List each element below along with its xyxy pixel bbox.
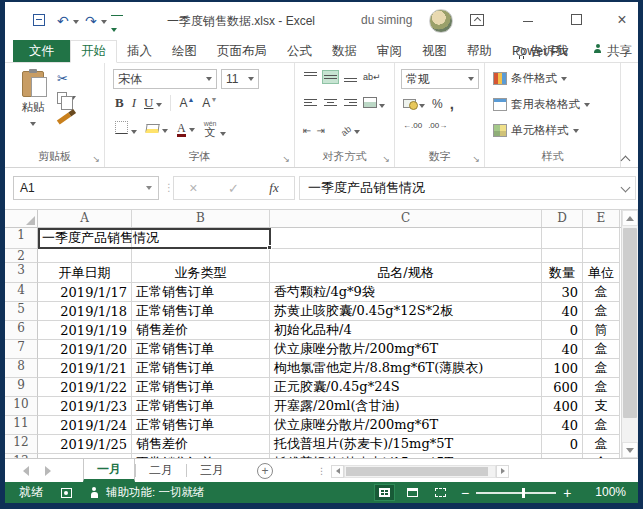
maximize-button[interactable] bbox=[561, 10, 591, 32]
sheet-tab-2[interactable]: 二月 bbox=[136, 459, 186, 482]
zoom-level[interactable]: 100% bbox=[595, 485, 626, 499]
enter-entry-icon[interactable]: ✓ bbox=[228, 181, 239, 196]
name-box[interactable]: A1 bbox=[13, 176, 159, 200]
cell-C9[interactable]: 正元胶囊/0.45g*24S bbox=[270, 378, 542, 397]
column-header-C[interactable]: C bbox=[270, 210, 542, 227]
user-name[interactable]: du siming bbox=[361, 13, 412, 27]
new-sheet-button[interactable]: + bbox=[257, 463, 273, 479]
column-header-B[interactable]: B bbox=[132, 210, 270, 227]
cell-A6[interactable]: 2019/1/19 bbox=[38, 321, 132, 340]
cell-E7[interactable]: 盒 bbox=[583, 340, 620, 359]
zoom-out-button[interactable]: − bbox=[461, 484, 469, 502]
cell-styles-button[interactable]: 单元格样式 bbox=[493, 123, 579, 138]
horizontal-scroll-thumb[interactable] bbox=[346, 467, 488, 476]
row-header-12[interactable]: 12 bbox=[5, 435, 38, 454]
cell-E12[interactable]: 盒 bbox=[583, 435, 620, 454]
horizontal-scrollbar[interactable] bbox=[331, 464, 509, 478]
sheet-nav-left-icon[interactable] bbox=[23, 466, 29, 476]
merge-center-button[interactable] bbox=[363, 97, 385, 111]
cell-B12[interactable]: 销售差价 bbox=[132, 435, 270, 454]
cell-C7[interactable]: 伏立康唑分散片/200mg*6T bbox=[270, 340, 542, 359]
percent-style-button[interactable]: % bbox=[432, 97, 443, 111]
cell-E1[interactable] bbox=[583, 228, 620, 249]
redo-dropdown-icon[interactable] bbox=[101, 20, 107, 24]
row-header-3[interactable]: 3 bbox=[5, 263, 38, 283]
sheet-tab-1[interactable]: 一月 bbox=[83, 459, 135, 482]
cell-A9[interactable]: 2019/1/22 bbox=[38, 378, 132, 397]
zoom-slider-handle[interactable] bbox=[522, 488, 525, 498]
shrink-font-button[interactable]: A▼ bbox=[202, 96, 217, 110]
decrease-indent-icon[interactable]: ⇤ bbox=[303, 125, 311, 136]
select-all-corner[interactable] bbox=[5, 210, 38, 227]
font-color-button[interactable]: A bbox=[177, 121, 195, 137]
insert-function-icon[interactable]: fx bbox=[269, 180, 278, 196]
cell-A11[interactable]: 2019/1/24 bbox=[38, 416, 132, 435]
cell-D3[interactable]: 数量 bbox=[542, 263, 583, 283]
close-button[interactable]: × bbox=[607, 10, 637, 32]
cell-E10[interactable]: 支 bbox=[583, 397, 620, 416]
cell-C5[interactable]: 苏黄止咳胶囊/0.45g*12S*2板 bbox=[270, 302, 542, 321]
cell-B3[interactable]: 业务类型 bbox=[132, 263, 270, 283]
cell-D11[interactable]: 40 bbox=[542, 416, 583, 435]
scroll-down-button[interactable] bbox=[622, 442, 638, 458]
cell-E11[interactable]: 盒 bbox=[583, 416, 620, 435]
sheet-nav-right-icon[interactable] bbox=[45, 466, 51, 476]
comma-style-button[interactable]: , bbox=[450, 95, 454, 112]
ribbon-tab-review[interactable]: 审阅 bbox=[367, 40, 412, 62]
cell-D4[interactable]: 30 bbox=[542, 283, 583, 302]
zoom-in-button[interactable]: + bbox=[563, 484, 571, 502]
top-align-button[interactable] bbox=[303, 71, 318, 83]
borders-button[interactable] bbox=[115, 121, 137, 137]
paste-button[interactable]: 粘贴 bbox=[15, 71, 51, 129]
macro-record-icon[interactable] bbox=[61, 488, 72, 498]
cell-A12[interactable]: 2019/1/25 bbox=[38, 435, 132, 454]
ribbon-tab-page-layout[interactable]: 页面布局 bbox=[207, 40, 277, 62]
cell-B9[interactable]: 正常销售订单 bbox=[132, 378, 270, 397]
undo-dropdown-icon[interactable] bbox=[73, 20, 79, 24]
ribbon-display-options-icon[interactable] bbox=[470, 14, 484, 26]
tab-strip-splitter[interactable]: ⋮ bbox=[317, 466, 327, 476]
cell-A4[interactable]: 2019/1/17 bbox=[38, 283, 132, 302]
cell-C4[interactable]: 香芍颗粒/4g*9袋 bbox=[270, 283, 542, 302]
clipboard-dialog-launcher-icon[interactable]: ↘ bbox=[92, 155, 100, 163]
cell-C10[interactable]: 开塞露/20ml(含甘油) bbox=[270, 397, 542, 416]
ribbon-tab-formulas[interactable]: 公式 bbox=[277, 40, 322, 62]
cell-A7[interactable]: 2019/1/20 bbox=[38, 340, 132, 359]
copy-button[interactable] bbox=[57, 92, 76, 104]
ribbon-tab-data[interactable]: 数据 bbox=[322, 40, 367, 62]
column-header-D[interactable]: D bbox=[542, 210, 583, 227]
cell-D2[interactable] bbox=[542, 249, 583, 263]
decrease-decimal-button[interactable]: .00→ bbox=[428, 121, 447, 130]
font-size-select[interactable]: 11 bbox=[221, 69, 259, 89]
font-dialog-launcher-icon[interactable]: ↘ bbox=[282, 155, 290, 163]
bottom-align-button[interactable] bbox=[343, 71, 358, 83]
save-icon[interactable] bbox=[33, 14, 45, 26]
row-header-2[interactable]: 2 bbox=[5, 249, 38, 263]
font-name-select[interactable]: 宋体 bbox=[113, 69, 217, 89]
cell-D12[interactable]: 0 bbox=[542, 435, 583, 454]
bold-button[interactable]: B bbox=[115, 95, 124, 111]
cell-B4[interactable]: 正常销售订单 bbox=[132, 283, 270, 302]
formula-input[interactable]: 一季度产品销售情况 bbox=[299, 176, 636, 200]
cell-A10[interactable]: 2019/1/23 bbox=[38, 397, 132, 416]
wrap-text-button[interactable]: ab↵ bbox=[363, 72, 381, 82]
row-header-8[interactable]: 8 bbox=[5, 359, 38, 378]
cell-D10[interactable]: 400 bbox=[542, 397, 583, 416]
cell-C2[interactable] bbox=[270, 249, 542, 263]
format-painter-button[interactable] bbox=[57, 110, 76, 115]
number-format-select[interactable]: 常规 bbox=[401, 69, 479, 89]
cell-E2[interactable] bbox=[583, 249, 620, 263]
undo-icon[interactable]: ↶ bbox=[57, 13, 69, 29]
align-right-button[interactable] bbox=[343, 98, 358, 110]
minimize-button[interactable] bbox=[513, 10, 543, 32]
row-header-1[interactable]: 1 bbox=[5, 228, 38, 249]
cell-A3[interactable]: 开单日期 bbox=[38, 263, 132, 283]
cell-D5[interactable]: 40 bbox=[542, 302, 583, 321]
cell-A2[interactable] bbox=[38, 249, 132, 263]
phonetic-button[interactable]: wén文 bbox=[204, 119, 226, 139]
vertical-scrollbar[interactable] bbox=[621, 210, 638, 458]
cell-E6[interactable]: 筒 bbox=[583, 321, 620, 340]
cell-D8[interactable]: 100 bbox=[542, 359, 583, 378]
cell-A8[interactable]: 2019/1/21 bbox=[38, 359, 132, 378]
column-header-E[interactable]: E bbox=[583, 210, 620, 227]
